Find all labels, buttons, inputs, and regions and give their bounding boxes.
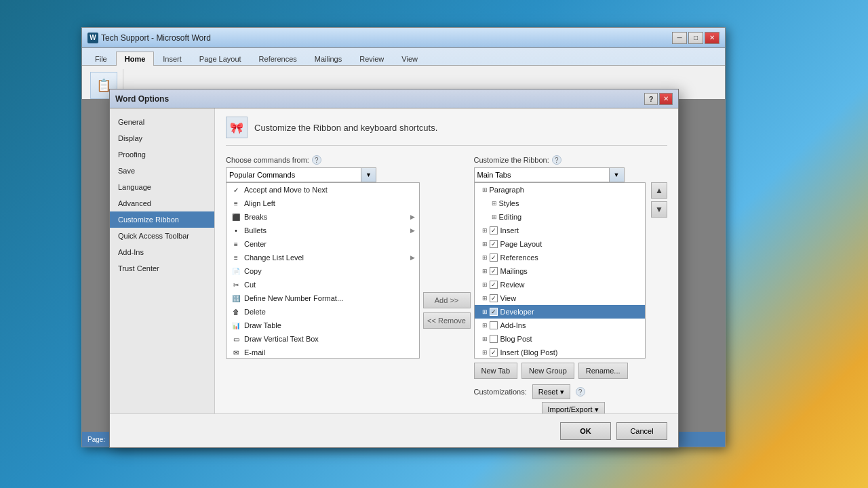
ok-button[interactable]: OK [560, 422, 611, 440]
ribbon-tree[interactable]: ⊞ Paragraph ⊞ Styles [474, 182, 646, 359]
sidebar-item-trust-center[interactable]: Trust Center [110, 260, 214, 277]
sidebar-item-quick-access[interactable]: Quick Access Toolbar [110, 228, 214, 244]
sidebar-item-proofing[interactable]: Proofing [110, 146, 214, 163]
sidebar-item-language[interactable]: Language [110, 179, 214, 195]
review-checkbox[interactable] [490, 281, 498, 289]
tree-move-down-button[interactable]: ▼ [651, 201, 667, 218]
command-delete[interactable]: 🗑 Delete [226, 305, 419, 319]
tree-references[interactable]: ⊞ References [475, 251, 646, 264]
import-export-button[interactable]: Import/Export ▾ [542, 402, 605, 413]
sidebar-item-customize-ribbon[interactable]: Customize Ribbon [110, 211, 214, 228]
cut-icon: ✂ [231, 279, 241, 290]
view-checkbox[interactable] [490, 294, 498, 302]
page-layout-checkbox[interactable] [490, 240, 498, 248]
page-layout-expand[interactable]: ⊞ [480, 239, 490, 249]
tree-view[interactable]: ⊞ View [475, 291, 646, 305]
tree-mailings[interactable]: ⊞ Mailings [475, 264, 646, 278]
remove-button[interactable]: << Remove [423, 312, 471, 329]
choose-commands-help-icon[interactable]: ? [312, 155, 321, 165]
sidebar-item-advanced[interactable]: Advanced [110, 195, 214, 211]
mailings-expand[interactable]: ⊞ [480, 266, 490, 276]
add-button[interactable]: Add >> [423, 292, 471, 308]
command-change-list[interactable]: ≡ Change List Level ▶ [226, 251, 419, 264]
command-align-left[interactable]: ≡ Align Left [226, 197, 419, 210]
tab-references[interactable]: References [250, 52, 306, 66]
blog-post-checkbox[interactable] [490, 335, 498, 343]
command-accept-move[interactable]: ✓ Accept and Move to Next [226, 183, 419, 197]
dialog-close-button[interactable]: ✕ [659, 93, 673, 105]
tree-page-layout[interactable]: ⊞ Page Layout [475, 237, 646, 251]
command-cut[interactable]: ✂ Cut [226, 278, 419, 291]
tree-review[interactable]: ⊞ Review [475, 278, 646, 291]
change-list-arrow: ▶ [410, 254, 415, 261]
dialog-body: General Display Proofing Save Language A… [110, 108, 678, 413]
tree-insert-blog-post[interactable]: ⊞ Insert (Blog Post) [475, 346, 646, 359]
tree-developer[interactable]: ⊞ Developer [475, 305, 646, 319]
mailings-checkbox[interactable] [490, 267, 498, 275]
insert-blog-post-expand[interactable]: ⊞ [480, 348, 490, 357]
dialog-titlebar: Word Options ? ✕ [110, 89, 678, 108]
sidebar-item-general[interactable]: General [110, 114, 214, 130]
developer-expand[interactable]: ⊞ [480, 307, 490, 317]
reset-button[interactable]: Reset ▾ [532, 384, 570, 399]
tab-file[interactable]: File [86, 52, 116, 66]
tab-review[interactable]: Review [351, 52, 393, 66]
tree-blog-post[interactable]: ⊞ Blog Post [475, 332, 646, 346]
cancel-button[interactable]: Cancel [616, 422, 667, 440]
paragraph-expand[interactable]: ⊞ [480, 185, 490, 195]
command-copy[interactable]: 📄 Copy [226, 264, 419, 278]
close-button[interactable]: ✕ [705, 32, 719, 44]
command-draw-vertical[interactable]: ▭ Draw Vertical Text Box [226, 332, 419, 346]
tree-editing[interactable]: ⊞ Editing [475, 210, 646, 224]
editing-expand[interactable]: ⊞ [490, 212, 499, 222]
main-tabs-dropdown[interactable]: Main Tabs All Tabs Tool Tabs [474, 167, 610, 182]
command-breaks[interactable]: ⬛ Breaks ▶ [226, 210, 419, 224]
command-bullets[interactable]: • Bullets ▶ [226, 224, 419, 237]
dialog-help-button[interactable]: ? [644, 93, 658, 105]
insert-expand[interactable]: ⊞ [480, 226, 490, 235]
tab-insert[interactable]: Insert [154, 52, 191, 66]
rename-button[interactable]: Rename... [578, 363, 628, 379]
reset-help-icon[interactable]: ? [576, 387, 585, 396]
choose-commands-dropdown[interactable]: Popular Commands All Commands Commands N… [226, 167, 361, 182]
insert-checkbox[interactable] [490, 226, 498, 235]
customizations-row: Customizations: Reset ▾ ? [474, 384, 668, 399]
delete-icon: 🗑 [231, 306, 241, 317]
command-list[interactable]: ✓ Accept and Move to Next ≡ Align Left ⬛… [226, 182, 420, 359]
view-expand[interactable]: ⊞ [480, 293, 490, 303]
sidebar-item-display[interactable]: Display [110, 130, 214, 146]
sidebar-item-save[interactable]: Save [110, 163, 214, 179]
choose-commands-dropdown-arrow[interactable]: ▼ [361, 167, 376, 182]
add-ins-checkbox[interactable] [490, 321, 498, 329]
tree-add-ins[interactable]: ⊞ Add-Ins [475, 319, 646, 332]
review-expand[interactable]: ⊞ [480, 280, 490, 289]
title-bar: W Tech Support - Microsoft Word ─ □ ✕ [82, 28, 725, 48]
tree-move-up-button[interactable]: ▲ [651, 182, 667, 199]
tab-mailings[interactable]: Mailings [306, 52, 351, 66]
add-ins-expand[interactable]: ⊞ [480, 321, 490, 330]
command-email[interactable]: ✉ E-mail [226, 346, 419, 359]
new-group-button[interactable]: New Group [521, 363, 574, 379]
tree-paragraph[interactable]: ⊞ Paragraph [475, 183, 646, 197]
maximize-button[interactable]: □ [688, 32, 703, 44]
tab-page-layout[interactable]: Page Layout [191, 52, 250, 66]
tab-home[interactable]: Home [116, 52, 155, 66]
styles-expand[interactable]: ⊞ [490, 199, 499, 208]
references-expand[interactable]: ⊞ [480, 253, 490, 262]
tab-view[interactable]: View [393, 52, 427, 66]
command-draw-table[interactable]: 📊 Draw Table [226, 319, 419, 332]
new-tab-button[interactable]: New Tab [474, 363, 518, 379]
command-define-number[interactable]: 🔢 Define New Number Format... [226, 291, 419, 305]
customize-ribbon-help-icon[interactable]: ? [552, 155, 561, 165]
tree-insert[interactable]: ⊞ Insert [475, 224, 646, 237]
command-center[interactable]: ≡ Center [226, 237, 419, 251]
developer-checkbox[interactable] [490, 308, 498, 316]
main-tabs-dropdown-arrow[interactable]: ▼ [610, 167, 625, 182]
tree-styles[interactable]: ⊞ Styles [475, 197, 646, 210]
minimize-button[interactable]: ─ [672, 32, 687, 44]
sidebar-item-add-ins[interactable]: Add-Ins [110, 244, 214, 260]
references-checkbox[interactable] [490, 253, 498, 262]
customize-ribbon-icon: 🎀 [226, 117, 248, 138]
insert-blog-post-checkbox[interactable] [490, 348, 498, 357]
blog-post-expand[interactable]: ⊞ [480, 334, 490, 344]
